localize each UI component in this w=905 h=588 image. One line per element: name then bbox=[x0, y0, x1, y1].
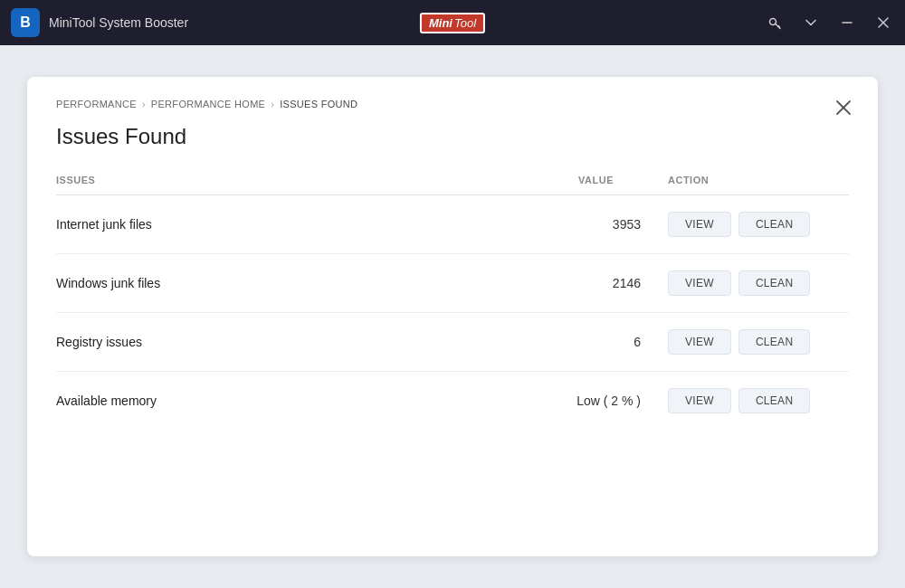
breadcrumb-separator-1: › bbox=[142, 99, 146, 109]
view-button-2[interactable]: VIEW bbox=[668, 329, 731, 355]
issues-card: PERFORMANCE › PERFORMANCE HOME › ISSUES … bbox=[27, 77, 878, 556]
breadcrumb-item-issues: ISSUES FOUND bbox=[280, 99, 357, 109]
breadcrumb-item-performance[interactable]: PERFORMANCE bbox=[56, 99, 137, 109]
breadcrumb-separator-2: › bbox=[271, 99, 274, 109]
col-value-header: VALUE bbox=[382, 175, 668, 195]
table-row: Registry issues6VIEWCLEAN bbox=[56, 313, 849, 372]
brand-logo: Mini Tool bbox=[420, 13, 485, 33]
clean-button-1[interactable]: CLEAN bbox=[738, 270, 811, 296]
table-row: Internet junk files3953VIEWCLEAN bbox=[56, 195, 849, 254]
window-controls bbox=[764, 12, 894, 33]
issue-actions: VIEWCLEAN bbox=[668, 372, 849, 431]
issue-actions: VIEWCLEAN bbox=[668, 195, 849, 254]
card-close-button[interactable] bbox=[831, 95, 856, 120]
app-title: MiniTool System Booster bbox=[49, 15, 764, 30]
table-row: Available memoryLow ( 2 % )VIEWCLEAN bbox=[56, 372, 849, 431]
breadcrumb: PERFORMANCE › PERFORMANCE HOME › ISSUES … bbox=[56, 99, 849, 109]
view-button-3[interactable]: VIEW bbox=[668, 388, 731, 413]
issue-actions: VIEWCLEAN bbox=[668, 313, 849, 372]
issue-name: Available memory bbox=[56, 372, 382, 431]
clean-button-0[interactable]: CLEAN bbox=[738, 212, 811, 237]
clean-button-2[interactable]: CLEAN bbox=[738, 329, 811, 355]
chevron-down-icon[interactable] bbox=[800, 12, 822, 33]
app-logo-icon: B bbox=[11, 8, 40, 37]
table-row: Windows junk files2146VIEWCLEAN bbox=[56, 254, 849, 313]
issue-value: 3953 bbox=[382, 195, 668, 254]
titlebar: B MiniTool System Booster Mini Tool bbox=[0, 0, 905, 45]
brand-tool-text: Tool bbox=[454, 16, 476, 30]
issue-value: 2146 bbox=[382, 254, 668, 313]
main-area: PERFORMANCE › PERFORMANCE HOME › ISSUES … bbox=[0, 45, 905, 588]
col-issues-header: ISSUES bbox=[56, 175, 382, 195]
issues-table: ISSUES VALUE ACTION Internet junk files3… bbox=[56, 175, 849, 430]
close-button[interactable] bbox=[872, 12, 894, 33]
key-icon[interactable] bbox=[764, 12, 786, 33]
issue-actions: VIEWCLEAN bbox=[668, 254, 849, 313]
brand-mini-text: Mini bbox=[429, 16, 452, 30]
issue-name: Registry issues bbox=[56, 313, 382, 372]
view-button-1[interactable]: VIEW bbox=[668, 270, 731, 296]
col-action-header: ACTION bbox=[668, 175, 849, 195]
view-button-0[interactable]: VIEW bbox=[668, 212, 731, 237]
issue-value: Low ( 2 % ) bbox=[382, 372, 668, 431]
issue-name: Internet junk files bbox=[56, 195, 382, 254]
issue-value: 6 bbox=[382, 313, 668, 372]
clean-button-3[interactable]: CLEAN bbox=[738, 388, 811, 413]
breadcrumb-item-home[interactable]: PERFORMANCE HOME bbox=[151, 99, 265, 109]
issue-name: Windows junk files bbox=[56, 254, 382, 313]
page-title: Issues Found bbox=[56, 124, 849, 149]
minimize-button[interactable] bbox=[836, 12, 858, 33]
